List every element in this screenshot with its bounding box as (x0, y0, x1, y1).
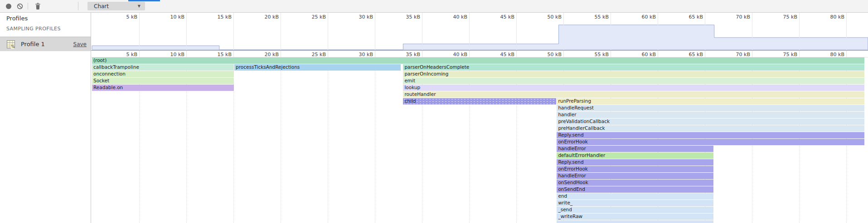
chevron-down-icon: ▼ (138, 4, 145, 8)
gridline (233, 13, 234, 50)
ruler-tick-label: 25 kB (300, 14, 326, 20)
sampling-profiles-section-label: SAMPLING PROFILES (6, 26, 61, 32)
sidebar-item-profile-1[interactable]: % Profile 1 Save (0, 37, 91, 51)
flame-bar[interactable]: handleError (557, 146, 713, 152)
flame-bar[interactable]: lookup (403, 85, 864, 91)
flame-bar[interactable]: preHandlerCallback (557, 125, 864, 132)
flame-bar[interactable]: _send (557, 207, 713, 213)
gridline (422, 51, 422, 57)
ruler-tick-label: 80 kB (819, 14, 844, 20)
flame-bar[interactable]: write_ (557, 200, 713, 206)
sidebar-title: Profiles (6, 15, 28, 22)
gridline (469, 13, 470, 50)
gridline (846, 51, 847, 57)
gridline (328, 51, 328, 57)
gridline (375, 51, 375, 57)
ruler-tick-label: 50 kB (536, 14, 562, 20)
record-circle-icon (6, 4, 11, 9)
ruler-tick-label: 5 kB (112, 14, 137, 20)
flame-bar[interactable]: Reply.send (557, 159, 713, 166)
gridline (281, 51, 281, 57)
ruler-tick-label: 35 kB (394, 14, 420, 20)
flame-bar[interactable]: child (403, 98, 556, 104)
gridline (752, 13, 752, 50)
gridline (186, 13, 187, 50)
gridline (233, 51, 234, 57)
chart-view-select[interactable]: Chart ▼ (87, 2, 145, 10)
delete-profile-button[interactable] (32, 0, 44, 12)
flame-bar[interactable]: preValidationCallback (557, 119, 864, 125)
ruler-tick-label: 20 kB (253, 14, 279, 20)
ruler-tick-label: 45 kB (489, 14, 514, 20)
gridline (139, 51, 140, 57)
gridline (469, 51, 470, 57)
memory-panel: Chart ▼ Profiles SAMPLING PROFILES % Pro… (0, 0, 868, 223)
flame-bar[interactable]: defaultErrorHandler (557, 152, 713, 159)
trash-icon (35, 3, 41, 9)
gridline (563, 13, 564, 50)
gridline (186, 51, 187, 57)
chart-view-select-value: Chart (87, 3, 138, 9)
ruler-tick-label: 40 kB (441, 14, 467, 20)
flame-bar[interactable]: emit (403, 78, 864, 84)
ruler-tick-label: 65 kB (677, 14, 703, 20)
flame-bar[interactable]: routeHandler (403, 91, 864, 98)
gridline (516, 13, 517, 50)
flame-bar[interactable]: processTicksAndRejections (234, 64, 401, 71)
flame-bar[interactable]: handleRequest (557, 105, 864, 111)
allocation-chart-area: 5 kB10 kB15 kB20 kB25 kB30 kB35 kB40 kB4… (91, 13, 868, 223)
flame-bar[interactable]: Socket (92, 78, 234, 84)
record-button[interactable] (3, 0, 14, 12)
gridline (422, 13, 422, 50)
sampling-profile-table-icon: % (7, 40, 15, 48)
flame-bar[interactable]: _writeRaw (557, 214, 713, 220)
active-tab-indicator (128, 0, 160, 1)
ruler-tick-label: 30 kB (347, 14, 373, 20)
toolbar-separator (28, 3, 28, 9)
ruler-tick-label: 15 kB (206, 14, 232, 20)
gridline (799, 13, 800, 50)
gridline (139, 13, 140, 50)
gridline (563, 51, 564, 57)
gridline (516, 51, 517, 57)
toolbar-divider (78, 2, 78, 10)
ruler-tick-label: 75 kB (771, 14, 797, 20)
toolbar: Chart ▼ (0, 0, 868, 13)
circle-slash-icon (17, 3, 23, 9)
flame-bar[interactable]: onErrorHook (557, 139, 864, 145)
gridline (281, 13, 281, 50)
gridline (752, 51, 752, 57)
flame-bar[interactable]: callbackTrampoline (92, 64, 234, 71)
flame-bar[interactable]: parserOnIncoming (403, 71, 864, 77)
flame-bar[interactable]: parserOnHeadersComplete (403, 64, 864, 71)
ruler-tick-label: 55 kB (583, 14, 609, 20)
flame-bar[interactable] (557, 220, 713, 223)
flame-bar[interactable]: (root) (92, 57, 864, 64)
ruler-tick-label: 70 kB (724, 14, 750, 20)
gridline (375, 13, 375, 50)
gridline (799, 51, 800, 57)
gridline (658, 51, 658, 57)
profiles-sidebar: Profiles SAMPLING PROFILES % Profile 1 S… (0, 13, 91, 223)
flame-bar[interactable]: runPreParsing (557, 98, 864, 104)
flame-bar[interactable]: onErrorHook (557, 166, 713, 172)
flame-bar[interactable]: handleError (557, 173, 713, 179)
flame-bar[interactable]: onSendHook (557, 180, 713, 186)
gridline (658, 13, 658, 50)
gridline (846, 13, 847, 50)
flame-bar[interactable]: handler (557, 112, 864, 118)
flame-bar[interactable]: end (557, 193, 713, 199)
profile-name: Profile 1 (21, 41, 73, 47)
flame-bar[interactable]: Reply.send (557, 132, 864, 138)
save-profile-link[interactable]: Save (73, 41, 87, 47)
flame-bar[interactable]: Readable.on (92, 85, 234, 91)
gridline (705, 13, 705, 50)
ruler-tick-label: 10 kB (159, 14, 184, 20)
flame-bar[interactable]: onSendEnd (557, 186, 713, 193)
ruler-tick-label: 60 kB (630, 14, 656, 20)
gridline (328, 13, 328, 50)
flame-chart: (root)callbackTrampolineprocessTicksAndR… (91, 57, 868, 223)
gridline (611, 13, 611, 50)
clear-button[interactable] (15, 0, 25, 12)
flame-bar[interactable]: onconnection (92, 71, 234, 77)
